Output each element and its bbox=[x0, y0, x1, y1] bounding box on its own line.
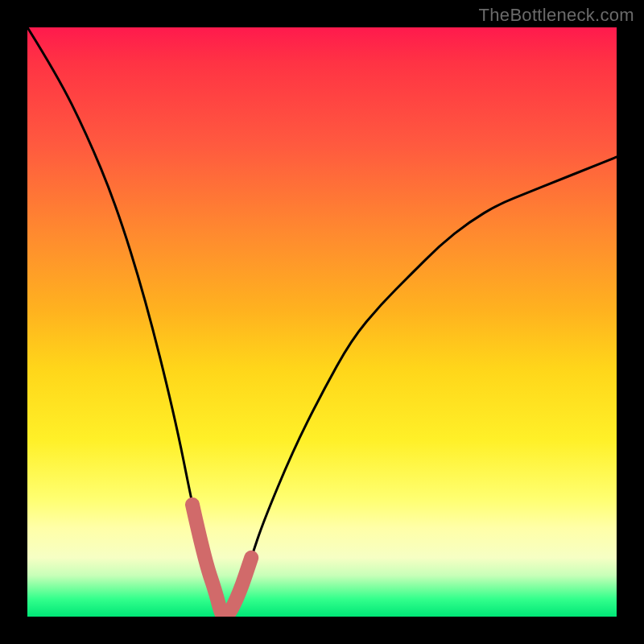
watermark-text: TheBottleneck.com bbox=[479, 5, 634, 26]
bottleneck-curve bbox=[27, 27, 617, 617]
bottleneck-highlight bbox=[192, 505, 251, 617]
chart-frame: TheBottleneck.com bbox=[0, 0, 644, 644]
plot-area bbox=[27, 27, 617, 617]
curve-svg bbox=[27, 27, 617, 617]
